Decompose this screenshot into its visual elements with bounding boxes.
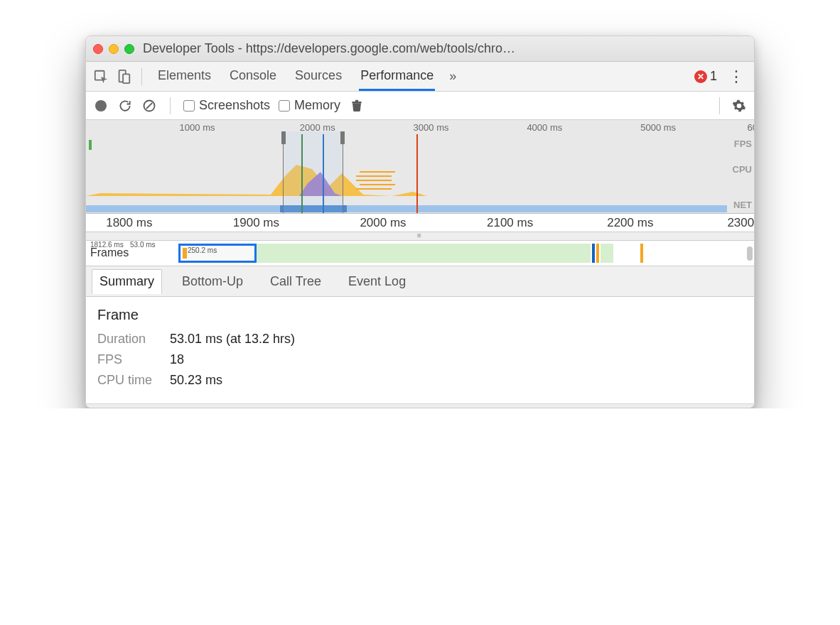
screenshots-checkbox[interactable]: Screenshots	[183, 98, 270, 113]
reload-record-button[interactable]	[117, 98, 133, 114]
devtools-tabstrip: Elements Console Sources Performance » ✕…	[86, 62, 754, 92]
summary-value: 50.23 ms	[170, 373, 222, 388]
tab-call-tree[interactable]: Call Tree	[263, 270, 328, 293]
svg-rect-2	[123, 74, 129, 83]
more-tabs-button[interactable]: »	[449, 69, 456, 84]
ruler-tick-label: 1800 ms	[106, 216, 152, 230]
summary-heading: Frame	[97, 307, 743, 323]
capture-settings-icon[interactable]	[731, 98, 747, 114]
summary-row: FPS18	[97, 352, 743, 367]
tabstrip-right: ✕ 1 ⋮	[694, 67, 748, 86]
summary-row: CPU time50.23 ms	[97, 373, 743, 388]
summary-value: 18	[170, 352, 184, 367]
window-title: Developer Tools - https://developers.goo…	[143, 41, 747, 56]
garbage-collect-button[interactable]	[349, 98, 365, 114]
divider	[141, 68, 142, 85]
overview-marker	[416, 134, 418, 213]
ruler-tick-label: 2100 ms	[487, 216, 533, 230]
overview-cpu-chart	[86, 162, 754, 196]
tab-performance[interactable]: Performance	[359, 62, 435, 91]
summary-key: Duration	[97, 332, 160, 347]
ruler-tick-label: 2000 ms	[360, 216, 406, 230]
detail-ruler[interactable]: 1800 ms1900 ms2000 ms2100 ms2200 ms2300	[86, 214, 754, 232]
selection-handle-right[interactable]	[340, 131, 345, 144]
ruler-tick-label: 2300	[727, 216, 754, 230]
toggle-device-toolbar-icon[interactable]	[114, 67, 133, 86]
details-tabs: Summary Bottom-Up Call Tree Event Log	[86, 266, 754, 297]
footer-divider	[86, 403, 754, 408]
frame-paint-bar	[183, 248, 187, 259]
frames-label: Frames	[90, 246, 129, 259]
error-count: 1	[710, 69, 717, 84]
overview-tick-label: 3000 ms	[414, 122, 449, 133]
tab-console[interactable]: Console	[228, 62, 278, 91]
svg-rect-4	[352, 102, 362, 103]
memory-label: Memory	[294, 98, 340, 113]
summary-row: Duration53.01 ms (at 13.2 hrs)	[97, 332, 743, 347]
tab-event-log[interactable]: Event Log	[341, 270, 413, 293]
overview-selection[interactable]	[283, 131, 343, 213]
overview-tick-label: 1000 ms	[180, 122, 215, 133]
ruler-tick-label: 2200 ms	[607, 216, 653, 230]
close-window-button[interactable]	[93, 44, 103, 54]
frame-marker	[592, 244, 595, 263]
inspect-element-icon[interactable]	[92, 67, 110, 86]
frame-mini-label: 250.2 ms	[188, 246, 217, 254]
record-button[interactable]	[93, 98, 109, 114]
panel-tabs: Elements Console Sources Performance	[156, 62, 435, 91]
tab-summary[interactable]: Summary	[92, 269, 162, 294]
divider	[719, 97, 720, 114]
minimize-window-button[interactable]	[109, 44, 119, 54]
window-controls	[93, 44, 134, 54]
tab-bottom-up[interactable]: Bottom-Up	[175, 270, 250, 293]
screenshots-label: Screenshots	[199, 98, 270, 113]
devtools-window: Developer Tools - https://developers.goo…	[85, 36, 755, 408]
selection-handle-left[interactable]	[281, 131, 286, 144]
devtools-menu-icon[interactable]: ⋮	[724, 67, 748, 86]
memory-checkbox[interactable]: Memory	[279, 98, 340, 113]
tab-sources[interactable]: Sources	[294, 62, 343, 91]
performance-toolbar: Screenshots Memory	[86, 92, 754, 120]
divider	[170, 97, 171, 114]
overview-ticks: 1000 ms2000 ms3000 ms4000 ms5000 ms6000	[86, 120, 754, 136]
tab-elements[interactable]: Elements	[156, 62, 212, 91]
fps-bar	[89, 140, 92, 150]
frame-mini-label: 53.0 ms	[130, 241, 156, 249]
ruler-tick-label: 1900 ms	[233, 216, 279, 230]
error-indicator[interactable]: ✕ 1	[694, 69, 717, 84]
overview-tick-label: 6000	[748, 122, 755, 133]
checkbox-icon	[279, 100, 290, 112]
checkbox-icon	[183, 100, 195, 112]
error-icon: ✕	[694, 70, 707, 83]
drag-divider[interactable]: ≡	[86, 232, 754, 241]
summary-key: FPS	[97, 352, 160, 367]
clear-button[interactable]	[141, 98, 157, 114]
frame-selected[interactable]: 250.2 ms	[178, 244, 257, 263]
overview-tick-label: 5000 ms	[640, 122, 676, 133]
frame-segment[interactable]	[601, 244, 613, 263]
zoom-window-button[interactable]	[124, 44, 134, 54]
summary-value: 53.01 ms (at 13.2 hrs)	[170, 332, 295, 347]
frame-segment[interactable]	[257, 244, 591, 263]
frame-marker	[640, 244, 643, 263]
frame-marker	[596, 244, 599, 263]
svg-rect-5	[355, 99, 359, 101]
summary-pane: Frame Duration53.01 ms (at 13.2 hrs) FPS…	[86, 297, 754, 403]
overview-net-bar	[86, 205, 727, 212]
summary-key: CPU time	[97, 373, 160, 388]
overview-fps-label: FPS	[734, 138, 752, 149]
overview-net-label: NET	[733, 200, 752, 210]
svg-marker-6	[86, 165, 754, 196]
overview-timeline[interactable]: 1000 ms2000 ms3000 ms4000 ms5000 ms6000 …	[86, 120, 754, 214]
scrollbar-thumb[interactable]	[747, 246, 753, 261]
frames-track[interactable]: 1812.6 ms 53.0 ms Frames 250.2 ms	[86, 241, 754, 266]
overview-tick-label: 4000 ms	[527, 122, 562, 133]
titlebar: Developer Tools - https://developers.goo…	[86, 36, 754, 62]
